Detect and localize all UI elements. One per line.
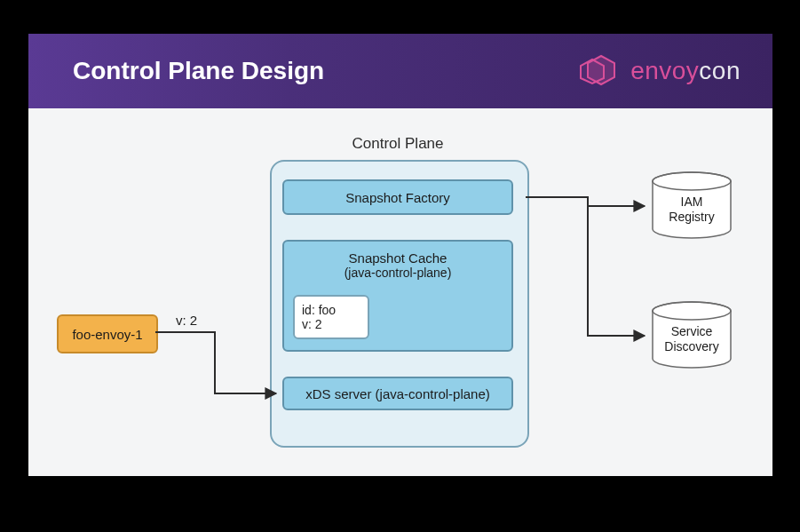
snapshot-factory-text: Snapshot Factory [345, 190, 450, 205]
svc-line2: Discovery [664, 339, 718, 354]
control-plane-label: Control Plane [270, 135, 526, 153]
iam-line2: Registry [669, 210, 714, 225]
brand-name: envoycon [630, 57, 741, 85]
snapshot-id-line2: v: 2 [302, 317, 322, 331]
brand-envoy-text: envoy [630, 57, 699, 84]
slide-title: Control Plane Design [73, 57, 324, 85]
snapshot-id-box: id: foo v: 2 [293, 295, 369, 339]
envoycon-logo-icon [579, 53, 623, 89]
iam-line1: IAM [669, 195, 714, 210]
svc-line1: Service [664, 324, 718, 339]
diagram-canvas: Control Plane Snapshot Factory Snapshot … [28, 108, 772, 476]
svg-marker-1 [581, 60, 604, 83]
iam-registry-cylinder: IAM Registry [650, 171, 733, 240]
envoy-box: foo-envoy-1 [57, 314, 158, 353]
slide: Control Plane Design envoycon Control Pl… [28, 34, 772, 476]
brand: envoycon [579, 53, 741, 89]
xds-server-text: xDS server (java-control-plane) [305, 386, 490, 401]
xds-server-box: xDS server (java-control-plane) [282, 377, 513, 410]
service-discovery-cylinder: Service Discovery [650, 300, 733, 369]
version-label: v: 2 [176, 313, 197, 328]
snapshot-factory-box: Snapshot Factory [282, 179, 513, 215]
snapshot-id-line1: id: foo [302, 303, 336, 317]
snapshot-cache-sub: (java-control-plane) [345, 266, 452, 280]
brand-con-text: con [699, 57, 741, 84]
slide-header: Control Plane Design envoycon [28, 34, 772, 108]
envoy-text: foo-envoy-1 [72, 327, 142, 342]
snapshot-cache-title: Snapshot Cache [349, 250, 448, 266]
